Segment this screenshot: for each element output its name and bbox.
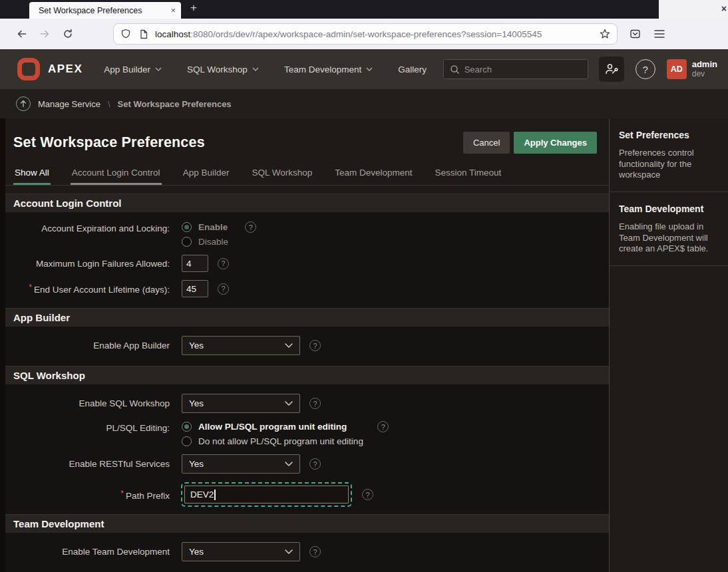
nav-team-development[interactable]: Team Development <box>284 65 373 74</box>
breadcrumb-manage-service[interactable]: Manage Service <box>38 99 100 109</box>
user-meta[interactable]: admin dev <box>692 60 717 79</box>
enable-sql-workshop-select[interactable]: Yes <box>182 394 300 413</box>
search-input[interactable] <box>464 65 582 74</box>
breadcrumb-separator: \ <box>108 99 110 109</box>
avatar[interactable]: AD <box>667 59 687 79</box>
field-account-expiration: Account Expiration and Locking: Enable ?… <box>5 221 609 247</box>
field-max-login-failures: Maximum Login Failures Allowed: ? <box>5 255 609 272</box>
help-block-title: Team Development <box>619 204 719 214</box>
browser-tab-title: Set Workspace Preferences <box>39 6 165 15</box>
help-icon[interactable]: ? <box>309 398 321 409</box>
user-name: admin <box>692 60 717 70</box>
chevron-down-icon <box>155 67 162 71</box>
main-area: Set Workspace Preferences Cancel Apply C… <box>0 118 728 572</box>
path-prefix-input[interactable]: DEV2 <box>184 486 349 503</box>
tab-session-timeout[interactable]: Session Timeout <box>434 162 503 185</box>
help-icon[interactable]: ? <box>218 258 229 269</box>
field-label: Enable Team Development <box>5 547 170 557</box>
account-lifetime-input[interactable] <box>182 280 208 297</box>
apex-header: APEX App Builder SQL Workshop Team Devel… <box>0 49 728 89</box>
tab-account-login-control[interactable]: Account Login Control <box>71 162 162 185</box>
radio-allow-plsql[interactable]: Allow PL/SQL program unit editing ? <box>182 421 389 432</box>
nav-app-builder[interactable]: App Builder <box>104 65 162 74</box>
radio-enable[interactable]: Enable ? <box>182 221 256 233</box>
section-body-app-builder: Enable App Builder Yes ? <box>5 327 609 366</box>
nav-sql-workshop[interactable]: SQL Workshop <box>187 65 259 74</box>
tab-sql-workshop[interactable]: SQL Workshop <box>250 162 313 185</box>
help-block-text: Enabling file upload in Team Development… <box>619 221 719 255</box>
header-search[interactable] <box>443 59 588 79</box>
new-tab-icon[interactable]: + <box>190 1 197 15</box>
nav-label: Gallery <box>398 65 427 74</box>
page-icon[interactable] <box>139 29 148 39</box>
field-label: *Path Prefix <box>5 489 170 501</box>
chevron-down-icon <box>285 401 293 406</box>
reload-icon[interactable] <box>63 29 73 39</box>
chevron-down-icon <box>366 67 373 71</box>
tab-show-all[interactable]: Show All <box>13 162 51 185</box>
radio-unselected-icon[interactable] <box>182 237 192 247</box>
chevron-down-icon <box>285 549 293 554</box>
radio-disallow-plsql[interactable]: Do not allow PL/SQL program unit editing <box>182 436 363 446</box>
enable-app-builder-select[interactable]: Yes <box>182 336 300 355</box>
apply-changes-button[interactable]: Apply Changes <box>514 132 597 154</box>
help-icon[interactable]: ? <box>245 221 256 233</box>
field-label: Enable App Builder <box>5 341 170 351</box>
window-close-icon[interactable]: × <box>721 3 727 14</box>
breadcrumb: Manage Service \ Set Workspace Preferenc… <box>0 89 728 118</box>
breadcrumb-current: Set Workspace Preferences <box>118 99 232 109</box>
select-value: Yes <box>189 459 204 469</box>
url-bar[interactable]: localhost:8080/ords/dev/r/apex/workspace… <box>113 23 618 45</box>
help-icon[interactable]: ? <box>309 546 321 557</box>
tab-team-development[interactable]: Team Development <box>333 162 413 185</box>
nav-gallery[interactable]: Gallery <box>398 65 427 74</box>
page-title: Set Workspace Preferences <box>13 134 463 151</box>
cancel-button[interactable]: Cancel <box>463 132 510 154</box>
field-label: Enable RESTful Services <box>5 459 170 469</box>
field-label: Enable SQL Workshop <box>5 398 170 408</box>
field-plsql-editing: PL/SQL Editing: Allow PL/SQL program uni… <box>5 421 609 446</box>
help-icon[interactable]: ? <box>218 283 229 295</box>
help-icon[interactable]: ? <box>362 489 373 500</box>
radio-disable[interactable]: Disable <box>182 237 228 247</box>
admin-tools-button[interactable] <box>599 57 624 82</box>
help-block-title: Set Preferences <box>619 130 719 140</box>
pocket-icon[interactable] <box>630 29 641 39</box>
tab-close-icon[interactable]: × <box>170 5 176 15</box>
help-icon[interactable]: ? <box>377 421 389 432</box>
radio-selected-icon[interactable] <box>182 222 192 232</box>
up-level-icon[interactable] <box>16 96 31 111</box>
select-value: Yes <box>189 398 204 408</box>
help-icon[interactable]: ? <box>309 458 321 470</box>
chevron-down-icon <box>252 67 259 71</box>
max-login-failures-input[interactable] <box>182 255 208 272</box>
field-path-prefix: *Path Prefix DEV2 ? <box>5 486 609 503</box>
section-header-sql-workshop: SQL Workshop <box>5 366 609 384</box>
enable-restful-select[interactable]: Yes <box>182 454 300 474</box>
field-enable-team-development: Enable Team Development Yes ? <box>5 542 609 561</box>
header-help-button[interactable]: ? <box>636 59 655 79</box>
required-icon: * <box>29 283 32 292</box>
back-icon[interactable] <box>16 29 27 39</box>
tabstrip-right-area: × <box>659 0 728 19</box>
oracle-logo-icon[interactable] <box>17 58 40 80</box>
nav-label: Team Development <box>284 65 361 74</box>
radio-selected-icon[interactable] <box>182 422 192 432</box>
bookmark-star-icon[interactable] <box>600 29 610 39</box>
section-header-app-builder: App Builder <box>5 308 609 327</box>
select-value: Yes <box>189 341 204 351</box>
url-text: localhost:8080/ords/dev/r/apex/workspace… <box>155 29 600 39</box>
menu-icon[interactable] <box>654 29 665 39</box>
field-label: *End User Account Lifetime (days): <box>5 283 170 295</box>
enable-team-development-select[interactable]: Yes <box>182 542 300 561</box>
apex-brand[interactable]: APEX <box>48 63 83 76</box>
left-edge-strip <box>0 118 5 572</box>
required-icon: * <box>120 489 124 498</box>
browser-tab[interactable]: Set Workspace Preferences × <box>29 2 181 19</box>
help-icon[interactable]: ? <box>309 340 321 351</box>
radio-unselected-icon[interactable] <box>182 436 192 446</box>
text-caret <box>214 490 216 500</box>
main-nav: App Builder SQL Workshop Team Developmen… <box>104 65 427 74</box>
tab-app-builder[interactable]: App Builder <box>182 162 231 185</box>
field-label-text: Path Prefix <box>126 491 170 501</box>
